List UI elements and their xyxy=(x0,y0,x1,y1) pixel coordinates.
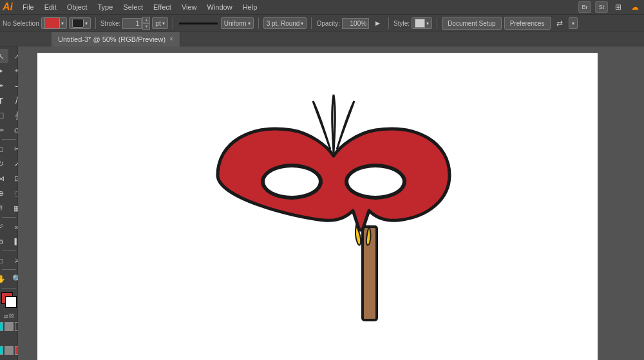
artboard-tool[interactable]: ◻ xyxy=(0,253,8,267)
tool-divider-4 xyxy=(2,269,16,270)
stroke-swatch xyxy=(72,19,84,28)
eraser-tool[interactable]: ◻ xyxy=(0,142,8,156)
menu-type[interactable]: Type xyxy=(93,2,118,12)
menu-edit[interactable]: Edit xyxy=(40,2,61,12)
arrange-icon[interactable]: ⇄ xyxy=(553,17,566,29)
stroke-value-input[interactable] xyxy=(122,18,142,29)
swap-colors-icon[interactable]: ⇄ xyxy=(4,314,8,319)
svg-point-2 xyxy=(265,167,319,196)
selection-section: No Selection ▾ ▾ xyxy=(3,17,91,29)
rectangle-tool[interactable]: □ xyxy=(0,108,8,122)
opacity-label: Opacity: xyxy=(316,20,340,27)
divider-3 xyxy=(258,17,259,29)
top-right-icons: Br St ⊞ ☁ xyxy=(578,1,641,13)
menu-object[interactable]: Object xyxy=(62,2,92,12)
style-dropdown[interactable]: ▾ xyxy=(412,17,432,29)
preferences-button[interactable]: Preferences xyxy=(504,17,551,30)
select-tool[interactable]: ↖ xyxy=(0,49,8,63)
menu-select[interactable]: Select xyxy=(118,2,147,12)
opacity-section: Opacity: ▶ xyxy=(316,17,384,29)
cyan-swatch[interactable] xyxy=(0,346,3,355)
stroke-color-swatch[interactable] xyxy=(5,296,17,308)
tool-divider-2 xyxy=(2,217,16,218)
color-swatch-area xyxy=(1,292,17,312)
hand-tool[interactable]: ✋ xyxy=(0,272,8,286)
menu-bar: Ai File Edit Object Type Select Effect V… xyxy=(0,0,644,14)
canvas-area xyxy=(18,46,644,360)
creative-cloud-icon[interactable]: ☁ xyxy=(629,1,641,13)
menu-help[interactable]: Help xyxy=(238,2,262,12)
rotate-tool[interactable]: ↻ xyxy=(0,156,8,171)
selection-label: No Selection xyxy=(3,20,39,27)
mask-illustration xyxy=(198,91,469,323)
divider-5 xyxy=(388,17,389,29)
symbol-tool[interactable]: ⚙ xyxy=(0,234,8,249)
warp-tool[interactable]: ⋈ xyxy=(0,171,8,185)
pencil-tool[interactable]: ✏ xyxy=(0,123,8,137)
tab-bar: Untitled-3* @ 50% (RGB/Preview) × xyxy=(0,32,644,46)
color-mode-icon[interactable] xyxy=(0,322,3,331)
stroke-weight-section: 3 pt. Round ▾ xyxy=(263,17,307,29)
color-controls: ⇄ ⌧ xyxy=(4,314,14,319)
opacity-expand-icon[interactable]: ▶ xyxy=(371,17,384,29)
menu-file[interactable]: File xyxy=(18,2,39,12)
stroke-type-dropdown[interactable]: ▾ xyxy=(69,17,91,29)
gradient-mode-icon[interactable] xyxy=(5,322,14,331)
stroke-down[interactable]: ▼ xyxy=(142,23,150,30)
arrange-dropdown[interactable]: ▾ xyxy=(569,17,578,29)
main-layout: ↖ ↗ ✦ ⌖ ✒ ⌣ T / □ 𝄞 ✏ ⌬ ◻ ✂ ↻ ⤢ xyxy=(0,46,644,360)
stroke-up[interactable]: ▲ xyxy=(142,17,150,23)
divider-2 xyxy=(173,17,173,29)
menu-view[interactable]: View xyxy=(177,2,202,12)
mesh-tool[interactable]: # xyxy=(0,201,8,215)
stroke-label: Stroke: xyxy=(100,20,121,27)
type-tool[interactable]: T xyxy=(0,93,8,108)
left-toolbar: ↖ ↗ ✦ ⌖ ✒ ⌣ T / □ 𝄞 ✏ ⌬ ◻ ✂ ↻ ⤢ xyxy=(0,46,18,360)
stroke-style-section: Uniform ▾ xyxy=(178,17,254,29)
stroke-section: Stroke: ▲ ▼ pt ▾ xyxy=(100,17,168,30)
document-setup-button[interactable]: Document Setup xyxy=(442,17,502,30)
white-canvas xyxy=(37,53,598,360)
reset-colors-icon[interactable]: ⌧ xyxy=(9,314,14,319)
menu-window[interactable]: Window xyxy=(203,2,237,12)
toolbar: No Selection ▾ ▾ Stroke: ▲ ▼ pt ▾ Unifor… xyxy=(0,14,644,32)
style-section: Style: ▾ xyxy=(393,17,432,29)
tab-close-button[interactable]: × xyxy=(169,35,173,43)
fill-swatch[interactable] xyxy=(44,17,60,29)
divider-1 xyxy=(95,17,96,29)
stock-icon[interactable]: St xyxy=(595,1,608,13)
tool-divider-3 xyxy=(2,251,16,251)
opacity-input[interactable] xyxy=(342,18,369,29)
pen-tool[interactable]: ✒ xyxy=(0,79,8,93)
stroke-line-preview xyxy=(179,23,218,24)
eyedropper-tool[interactable]: 🖋 xyxy=(0,220,8,234)
tool-divider-5 xyxy=(2,288,16,289)
tool-divider-1 xyxy=(2,139,16,140)
workspace-grid-icon[interactable]: ⊞ xyxy=(612,1,625,13)
selection-dropdown[interactable]: ▾ xyxy=(41,17,67,29)
stroke-weight-dropdown[interactable]: 3 pt. Round ▾ xyxy=(263,17,307,29)
divider-6 xyxy=(437,17,437,29)
magic-wand-tool[interactable]: ✦ xyxy=(0,64,8,78)
gray-swatch[interactable] xyxy=(5,346,14,355)
stroke-spinner[interactable]: ▲ ▼ xyxy=(142,17,150,30)
bridge-icon[interactable]: Br xyxy=(578,1,591,13)
divider-4 xyxy=(311,17,312,29)
tab-title: Untitled-3* @ 50% (RGB/Preview) xyxy=(58,35,166,43)
style-label: Style: xyxy=(393,20,410,27)
svg-point-4 xyxy=(348,167,402,196)
style-preview xyxy=(415,19,425,28)
stroke-uniform-dropdown[interactable]: Uniform ▾ xyxy=(221,17,254,29)
stroke-unit-dropdown[interactable]: pt ▾ xyxy=(152,17,167,29)
shape-builder-tool[interactable]: ⊕ xyxy=(0,186,8,200)
app-logo: Ai xyxy=(3,1,13,13)
document-tab[interactable]: Untitled-3* @ 50% (RGB/Preview) × xyxy=(52,32,180,46)
menu-effect[interactable]: Effect xyxy=(149,2,176,12)
